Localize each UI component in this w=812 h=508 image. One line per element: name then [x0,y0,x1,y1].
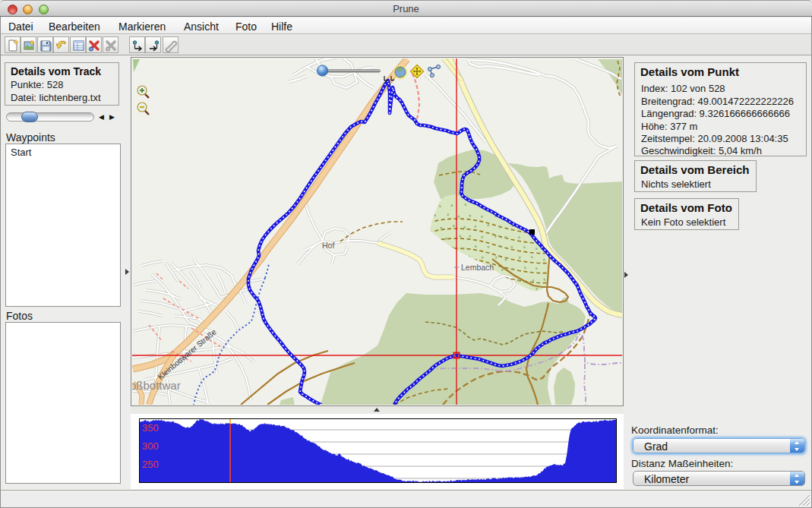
svg-text:250: 250 [142,459,159,470]
svg-text:Lembach: Lembach [461,263,494,272]
svg-text:350: 350 [142,422,159,434]
svg-text:Hof: Hof [322,241,334,250]
svg-text:300: 300 [142,440,159,452]
svg-text:oßbottwar: oßbottwar [132,379,181,392]
